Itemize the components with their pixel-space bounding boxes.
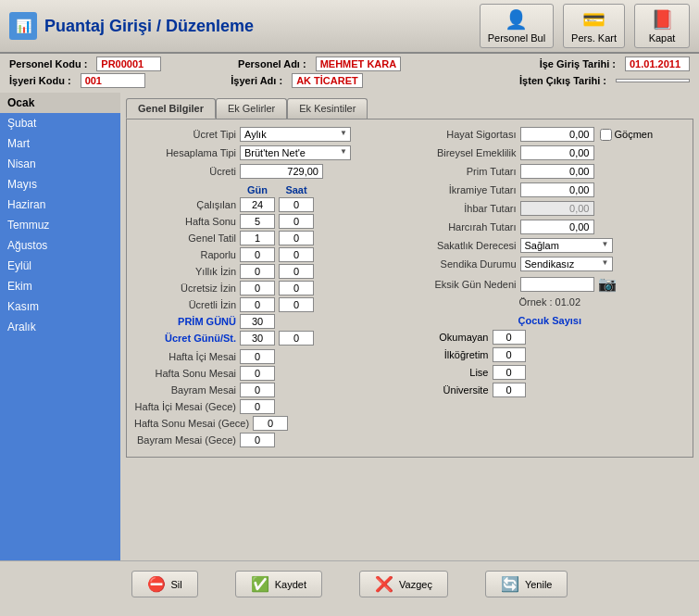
- ucretli-izin-saat[interactable]: [279, 297, 314, 312]
- personel-bul-button[interactable]: 👤 Personel Bul: [480, 4, 554, 48]
- main-area: Ocak Şubat Mart Nisan Mayıs Haziran Temm…: [0, 93, 699, 560]
- sil-button[interactable]: ⛔ Sil: [131, 571, 198, 597]
- yenile-button[interactable]: 🔄 Yenile: [485, 571, 568, 597]
- haftasonu-mesai-gun[interactable]: [240, 366, 275, 381]
- tab-ek-kesintiler[interactable]: Ek Kesintiler: [287, 98, 368, 119]
- child-okumayan: Okumayan: [415, 330, 686, 345]
- app-title: Puantaj Girişi / Düzenleme: [44, 17, 480, 36]
- eksik-gun-input[interactable]: [520, 277, 594, 292]
- month-mayis[interactable]: Mayıs: [0, 174, 120, 195]
- hafta-sonu-saat[interactable]: [279, 214, 314, 229]
- month-nisan[interactable]: Nisan: [0, 154, 120, 174]
- ikramiye-label: İkramiye Tutarı: [415, 184, 517, 195]
- eksik-gun-icon[interactable]: 📷: [598, 275, 617, 293]
- ucret-gunu-saat[interactable]: [279, 331, 314, 346]
- ucretsiz-izin-saat[interactable]: [279, 281, 314, 295]
- months-sidebar: Ocak Şubat Mart Nisan Mayıs Haziran Temm…: [0, 93, 120, 560]
- genel-tatil-saat[interactable]: [279, 231, 314, 245]
- kapat-button[interactable]: 📕 Kapat: [634, 4, 690, 48]
- month-haziran[interactable]: Haziran: [0, 195, 120, 215]
- saat-header: Saat: [279, 184, 314, 195]
- pers-kart-button[interactable]: 💳 Pers. Kart: [563, 4, 625, 48]
- personel-kodu-label: Personel Kodu :: [9, 58, 87, 69]
- ucretsiz-izin-gun[interactable]: [240, 281, 275, 295]
- ucretli-izin-gun[interactable]: [240, 297, 275, 312]
- child-lise: Lise: [415, 365, 686, 380]
- bireysel-em-input[interactable]: [520, 145, 594, 160]
- tab-ek-gelirler[interactable]: Ek Gelirler: [216, 98, 287, 119]
- isyeri-adi-label: İşyeri Adı :: [231, 75, 282, 86]
- haftasonu-mesai-gece-gun[interactable]: [253, 416, 288, 431]
- tab-inner: Ücret Tipi Aylık Hesaplama Tipi Brüt't: [134, 127, 685, 449]
- bayram-mesai-gece-gun[interactable]: [240, 433, 275, 447]
- genel-tatil-gun[interactable]: [240, 231, 275, 245]
- child-ilkogretim: İlköğretim: [415, 347, 686, 362]
- month-temmuz[interactable]: Temmuz: [0, 215, 120, 235]
- prim-gunu-gun[interactable]: [240, 314, 275, 329]
- calisilan-saat[interactable]: [279, 197, 314, 212]
- hesaplama-tipi-row: Hesaplama Tipi Brüt'ten Net'e: [134, 145, 406, 160]
- isyeri-kodu-label: İşyeri Kodu :: [9, 75, 71, 86]
- ucreti-input[interactable]: [240, 164, 323, 179]
- sendika-label: Sendika Durumu: [415, 258, 517, 270]
- pers-kart-icon: 💳: [582, 8, 605, 31]
- ihbar-label: İhbar Tutarı: [415, 203, 517, 214]
- sakatlık-row: Sakatlık Derecesi Sağlam: [415, 238, 686, 253]
- sakatlık-label: Sakatlık Derecesi: [415, 240, 517, 251]
- child-section: Çocuk Sayısı Okumayan İlköğretim Lise: [415, 315, 686, 397]
- app-icon: 📊: [9, 12, 37, 40]
- harcırah-input[interactable]: [520, 220, 594, 234]
- sil-label: Sil: [171, 579, 182, 590]
- ise-giris-value: 01.01.2011: [625, 57, 690, 71]
- hayat-sig-input[interactable]: [520, 127, 594, 142]
- kapat-icon: 📕: [651, 8, 674, 31]
- tab-content-genel: Ücret Tipi Aylık Hesaplama Tipi Brüt't: [126, 119, 693, 458]
- raporlu-gun[interactable]: [240, 247, 275, 262]
- child-okumayan-input[interactable]: [493, 330, 526, 345]
- haftaici-mesai-gece-gun[interactable]: [240, 399, 275, 414]
- ucret-tipi-select[interactable]: Aylık: [240, 127, 351, 142]
- ucreti-label: Ücreti: [134, 166, 236, 177]
- tab-genel-bilgiler[interactable]: Genel Bilgiler: [126, 98, 216, 119]
- bireysel-em-label: Bireysel Emeklilik: [415, 147, 517, 158]
- month-ocak[interactable]: Ocak: [0, 93, 120, 113]
- child-title: Çocuk Sayısı: [415, 315, 686, 326]
- month-agustos[interactable]: Ağustos: [0, 235, 120, 256]
- yenile-icon: 🔄: [501, 575, 519, 593]
- ikramiye-row: İkramiye Tutarı: [415, 182, 686, 197]
- ucret-tipi-select-wrap: Aylık: [240, 127, 351, 142]
- eksik-gun-row: Eksik Gün Nedeni 📷: [415, 275, 686, 293]
- prim-tutari-input[interactable]: [520, 164, 594, 179]
- ikramiye-input[interactable]: [520, 182, 594, 197]
- personel-adi-value: MEHMET KARA: [316, 57, 402, 71]
- content-area: Genel Bilgiler Ek Gelirler Ek Kesintiler…: [120, 93, 699, 560]
- month-kasim[interactable]: Kasım: [0, 296, 120, 317]
- child-universite-input[interactable]: [493, 383, 526, 397]
- fields-block: Personel Kodu : PR00001 Personel Adı : M…: [0, 54, 699, 93]
- month-mart[interactable]: Mart: [0, 133, 120, 154]
- child-ilkogretim-input[interactable]: [493, 347, 526, 362]
- hesaplama-tipi-select[interactable]: Brüt'ten Net'e: [240, 145, 351, 160]
- child-lise-input[interactable]: [493, 365, 526, 380]
- child-universite: Üniversite: [415, 383, 686, 397]
- bayram-mesai-gun[interactable]: [240, 383, 275, 397]
- ucret-tipi-row: Ücret Tipi Aylık: [134, 127, 406, 142]
- row-prim-gunu: PRİM GÜNÜ: [134, 314, 406, 329]
- yillik-izin-gun[interactable]: [240, 264, 275, 279]
- month-subat[interactable]: Şubat: [0, 113, 120, 133]
- isyeri-adi-value: AK TİCARET: [292, 73, 363, 88]
- yillik-izin-saat[interactable]: [279, 264, 314, 279]
- month-eylul[interactable]: Eylül: [0, 256, 120, 276]
- raporlu-saat[interactable]: [279, 247, 314, 262]
- month-ekim[interactable]: Ekim: [0, 276, 120, 296]
- haftaici-mesai-gun[interactable]: [240, 349, 275, 364]
- kaydet-button[interactable]: ✅ Kaydet: [235, 571, 322, 597]
- ucret-gunu-gun[interactable]: [240, 331, 275, 346]
- sendika-select[interactable]: Sendikasız: [520, 257, 613, 271]
- month-aralik[interactable]: Aralık: [0, 317, 120, 337]
- hafta-sonu-gun[interactable]: [240, 214, 275, 229]
- calisilan-gun[interactable]: [240, 197, 275, 212]
- sakatlık-select[interactable]: Sağlam: [520, 238, 613, 253]
- gocmen-checkbox[interactable]: [600, 129, 612, 141]
- vazgec-button[interactable]: ❌ Vazgeç: [359, 571, 448, 597]
